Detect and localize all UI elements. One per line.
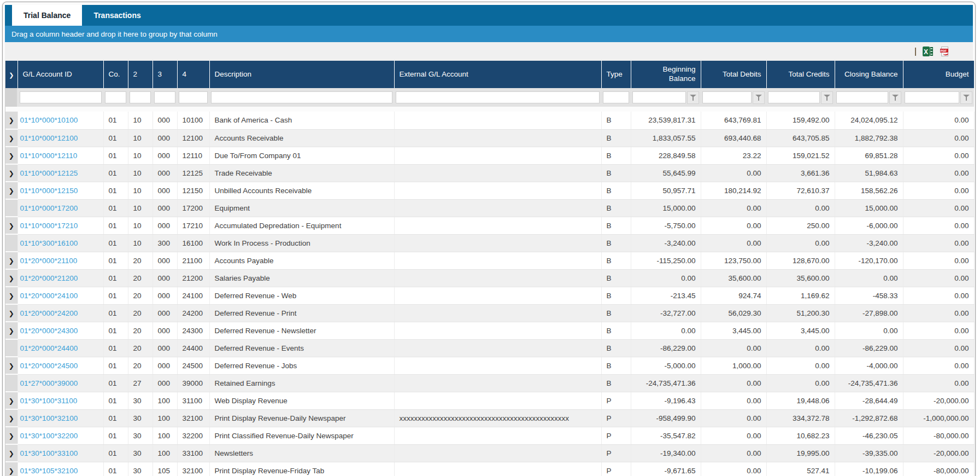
account-id-link[interactable]: 01*10*000*17200 xyxy=(18,204,80,212)
cell-account-id: 01*20*000*21100 xyxy=(17,252,103,269)
account-id-link[interactable]: 01*10*000*12100 xyxy=(18,134,80,142)
row-expand-cell[interactable]: ❯ xyxy=(5,182,17,199)
filter-input-co[interactable] xyxy=(105,91,126,103)
row-expand-cell[interactable]: ❯ xyxy=(5,427,17,444)
filter-input-closing_balance[interactable] xyxy=(836,91,888,103)
account-id-link[interactable]: 01*10*000*12110 xyxy=(18,152,80,160)
expand-row-chevron-icon[interactable]: ❯ xyxy=(9,415,14,422)
column-header-beginning_balance[interactable]: Beginning Balance xyxy=(631,61,701,88)
cell-closing_balance: -39,335.00 xyxy=(835,444,903,462)
filter-funnel-button-beginning_balance[interactable] xyxy=(687,91,699,104)
expand-row-chevron-icon[interactable]: ❯ xyxy=(9,275,14,282)
row-expand-cell[interactable]: ❯ xyxy=(5,147,17,164)
expand-row-chevron-icon[interactable]: ❯ xyxy=(9,467,14,475)
expand-row-chevron-icon[interactable]: ❯ xyxy=(9,450,14,457)
tab-transactions[interactable]: Transactions xyxy=(82,5,152,26)
row-expand-cell[interactable]: ❯ xyxy=(5,269,17,287)
expand-row-chevron-icon[interactable]: ❯ xyxy=(9,432,14,440)
filter-input-seg3[interactable] xyxy=(154,91,175,103)
row-expand-cell[interactable]: ❯ xyxy=(5,112,17,129)
account-id-link[interactable]: 01*20*000*24200 xyxy=(18,309,80,317)
column-header-external[interactable]: External G/L Account xyxy=(394,61,601,88)
filter-input-account_id[interactable] xyxy=(20,91,102,103)
row-expand-cell[interactable]: ❯ xyxy=(5,392,17,409)
column-header-description[interactable]: Description xyxy=(209,61,394,88)
column-header-budget[interactable]: Budget xyxy=(903,61,974,88)
cell-text: -32,727.00 xyxy=(655,309,701,317)
row-expand-cell[interactable]: ❯ xyxy=(5,322,17,339)
expand-row-chevron-icon[interactable]: ❯ xyxy=(9,292,14,300)
filter-input-total_credits[interactable] xyxy=(768,91,820,103)
row-expand-cell[interactable]: ❯ xyxy=(5,444,17,462)
account-id-link[interactable]: 01*27*000*39000 xyxy=(18,379,80,387)
row-expand-cell[interactable]: ❯ xyxy=(5,304,17,322)
filter-input-seg2[interactable] xyxy=(130,91,151,103)
expand-row-chevron-icon[interactable]: ❯ xyxy=(9,135,14,142)
row-expand-cell[interactable]: ❯ xyxy=(5,409,17,427)
pdf-export-icon[interactable]: PDF xyxy=(940,47,950,56)
column-header-account_id[interactable]: G/L Account ID xyxy=(17,61,103,88)
expand-row-chevron-icon[interactable]: ❯ xyxy=(9,117,14,124)
row-expand-cell[interactable]: ❯ xyxy=(5,217,17,234)
account-id-link[interactable]: 01*30*100*31100 xyxy=(18,397,80,405)
row-expand-cell[interactable]: ❯ xyxy=(5,252,17,269)
filter-funnel-button-total_credits[interactable] xyxy=(821,91,833,104)
group-by-drop-zone[interactable]: Drag a column header and drop it here to… xyxy=(5,26,973,42)
account-id-link[interactable]: 01*10*300*16100 xyxy=(18,239,80,247)
filter-funnel-button-closing_balance[interactable] xyxy=(889,91,901,104)
tab-trial-balance[interactable]: Trial Balance xyxy=(12,5,82,26)
column-header-seg3[interactable]: 3 xyxy=(152,61,177,88)
account-id-link[interactable]: 01*10*000*12150 xyxy=(18,187,80,195)
row-expand-cell[interactable]: ❯ xyxy=(5,129,17,147)
account-id-link[interactable]: 01*30*105*32100 xyxy=(18,467,80,475)
account-id-link[interactable]: 01*10*000*10100 xyxy=(18,116,80,124)
filter-input-external[interactable] xyxy=(396,91,600,103)
expand-row-chevron-icon[interactable]: ❯ xyxy=(9,170,14,177)
account-id-link[interactable]: 01*30*100*33100 xyxy=(18,449,80,457)
filter-funnel-button-budget[interactable] xyxy=(960,91,972,104)
expand-row-chevron-icon[interactable]: ❯ xyxy=(9,310,14,317)
filter-input-seg4[interactable] xyxy=(179,91,208,103)
cell-seg3: 000 xyxy=(152,164,177,182)
account-id-link[interactable]: 01*30*100*32100 xyxy=(18,414,80,422)
account-id-link[interactable]: 01*20*000*24500 xyxy=(18,362,80,370)
account-id-link[interactable]: 01*20*000*21100 xyxy=(18,257,80,265)
account-id-link[interactable]: 01*10*000*17210 xyxy=(18,222,80,230)
header-expand-chevron-icon[interactable]: ❯ xyxy=(5,61,17,88)
excel-export-icon[interactable]: X xyxy=(923,47,933,56)
cell-text: 0.00 xyxy=(949,239,973,247)
filter-input-description[interactable] xyxy=(211,91,392,103)
cell-account-id: 01*10*000*17200 xyxy=(17,199,103,217)
column-header-seg2[interactable]: 2 xyxy=(128,61,152,88)
expand-row-chevron-icon[interactable]: ❯ xyxy=(9,362,14,370)
cell-total_credits: 72,610.37 xyxy=(766,182,835,199)
filter-input-total_debits[interactable] xyxy=(702,91,752,103)
expand-row-chevron-icon[interactable]: ❯ xyxy=(9,327,14,335)
expand-row-chevron-icon[interactable]: ❯ xyxy=(9,257,14,265)
row-expand-cell[interactable]: ❯ xyxy=(5,164,17,182)
column-header-closing_balance[interactable]: Closing Balance xyxy=(835,61,903,88)
expand-row-chevron-icon[interactable]: ❯ xyxy=(9,152,14,160)
expand-row-chevron-icon[interactable]: ❯ xyxy=(9,222,14,230)
column-header-seg4[interactable]: 4 xyxy=(177,61,209,88)
filter-input-type[interactable] xyxy=(603,91,629,103)
column-header-type[interactable]: Type xyxy=(601,61,631,88)
column-header-total_debits[interactable]: Total Debits xyxy=(701,61,766,88)
column-header-co[interactable]: Co. xyxy=(103,61,128,88)
account-id-link[interactable]: 01*20*000*24300 xyxy=(18,327,80,335)
expand-row-chevron-icon[interactable]: ❯ xyxy=(9,187,14,195)
row-expand-cell[interactable]: ❯ xyxy=(5,357,17,374)
cell-text: 01 xyxy=(104,327,122,335)
column-header-total_credits[interactable]: Total Credits xyxy=(766,61,835,88)
row-expand-cell[interactable]: ❯ xyxy=(5,462,17,476)
account-id-link[interactable]: 01*30*100*32200 xyxy=(18,432,80,440)
account-id-link[interactable]: 01*20*000*24400 xyxy=(18,344,80,352)
account-id-link[interactable]: 01*20*000*24100 xyxy=(18,292,80,300)
expand-row-chevron-icon[interactable]: ❯ xyxy=(9,397,14,405)
filter-input-beginning_balance[interactable] xyxy=(632,91,686,103)
row-expand-cell[interactable]: ❯ xyxy=(5,287,17,304)
filter-funnel-button-total_debits[interactable] xyxy=(753,91,765,104)
account-id-link[interactable]: 01*20*000*21200 xyxy=(18,274,80,282)
filter-input-budget[interactable] xyxy=(905,91,959,103)
account-id-link[interactable]: 01*10*000*12125 xyxy=(18,169,80,177)
